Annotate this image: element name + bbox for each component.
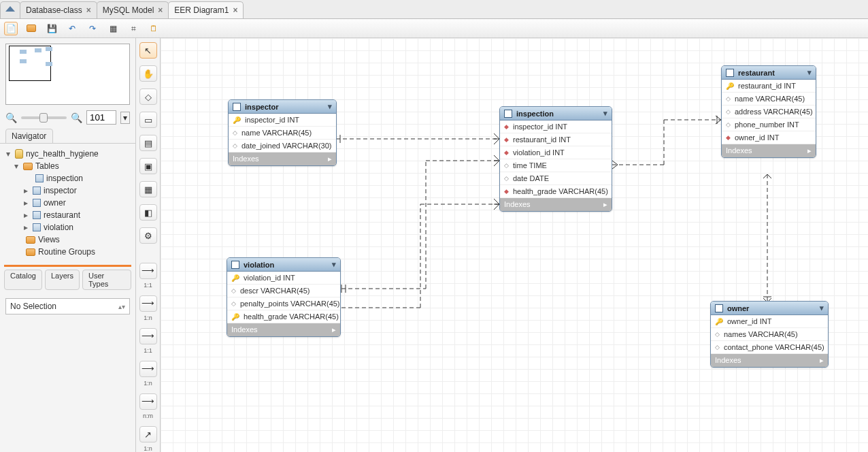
column-row[interactable]: ◆inspector_id INT (500, 120, 612, 133)
close-icon[interactable]: × (158, 5, 163, 15)
column-row[interactable]: ◆restaurant_id INT (500, 133, 612, 146)
selection-dropdown[interactable]: No Selection ▴▾ (5, 298, 130, 314)
new-file-button[interactable]: 📄 (4, 22, 18, 35)
entity-footer[interactable]: Indexes▸ (229, 152, 336, 165)
entity-header[interactable]: violation ▾ (227, 258, 340, 272)
notes-button[interactable]: 🗒 (147, 22, 161, 35)
column-row[interactable]: 🔑violation_id INT (227, 272, 340, 285)
layer-tool[interactable]: ▭ (139, 112, 157, 128)
column-row[interactable]: ◇names VARCHAR(45) (711, 328, 828, 341)
entity-header[interactable]: inspector ▾ (229, 100, 336, 114)
column-row[interactable]: ◇phone_number INT (722, 118, 816, 131)
rel-1-n-nonident-tool[interactable]: ⟶ (139, 295, 157, 312)
zoom-out-icon[interactable]: 🔍 (5, 112, 17, 123)
dropdown-icon[interactable]: ▾ (120, 112, 130, 124)
grid-button[interactable]: ▦ (106, 22, 120, 35)
expand-icon[interactable]: ▸ (807, 146, 812, 155)
entity-footer[interactable]: Indexes▸ (500, 198, 612, 211)
column-row[interactable]: 🔑owner_id INT (711, 315, 828, 328)
subtab-layers[interactable]: Layers (45, 270, 80, 290)
collapse-icon[interactable]: ▾ (328, 102, 332, 111)
entity-header[interactable]: restaurant ▾ (722, 66, 816, 80)
column-row[interactable]: ◇time TIME (500, 159, 612, 172)
diagram-canvas[interactable]: inspector ▾ 🔑inspector_id INT ◇name VARC… (161, 38, 868, 452)
image-tool[interactable]: ▣ (139, 158, 157, 174)
note-tool[interactable]: ▤ (139, 135, 157, 151)
column-row[interactable]: ◇contact_phone VARCHAR(45) (711, 341, 828, 354)
align-button[interactable]: ⌗ (127, 22, 140, 35)
expand-icon[interactable]: ▸ (328, 155, 332, 163)
collapse-icon[interactable]: ▾ (332, 260, 336, 269)
collapse-icon[interactable]: ▾ (603, 109, 607, 118)
expand-icon[interactable]: ▸ (820, 356, 824, 365)
zoom-slider[interactable] (21, 116, 67, 119)
home-tab[interactable] (0, 1, 20, 18)
entity-owner[interactable]: owner ▾ 🔑owner_id INT ◇names VARCHAR(45)… (710, 301, 829, 368)
column-row[interactable]: ◇address VARCHAR(45) (722, 106, 816, 118)
tree-table-owner[interactable]: ▸ owner (3, 197, 133, 209)
entity-inspection[interactable]: inspection ▾ ◆inspector_id INT ◆restaura… (499, 106, 612, 212)
tree-views[interactable]: Views (3, 233, 133, 246)
expand-icon[interactable]: ▾ (4, 149, 12, 159)
subtab-catalog[interactable]: Catalog (4, 270, 42, 290)
undo-button[interactable]: ↶ (65, 22, 79, 35)
expand-icon[interactable]: ▸ (332, 325, 336, 334)
column-row[interactable]: ◇date_joined VARCHAR(30) (229, 140, 336, 152)
column-row[interactable]: ◇penalty_points VARCHAR(45) (227, 297, 340, 310)
column-row[interactable]: ◇name VARCHAR(45) (229, 127, 336, 140)
entity-header[interactable]: inspection ▾ (500, 107, 612, 120)
pointer-tool[interactable]: ↖ (139, 42, 157, 59)
entity-violation[interactable]: violation ▾ 🔑violation_id INT ◇descr VAR… (227, 257, 341, 337)
entity-header[interactable]: owner ▾ (711, 302, 828, 315)
view-tool[interactable]: ◧ (139, 204, 157, 221)
tree-routines[interactable]: Routine Groups (3, 246, 133, 258)
expand-icon[interactable]: ▸ (603, 200, 607, 209)
rel-1-1-nonident-tool[interactable]: ⟶ (139, 263, 157, 279)
close-icon[interactable]: × (233, 5, 237, 15)
column-row[interactable]: ◇date DATE (500, 172, 612, 185)
tree-table-violation[interactable]: ▸ violation (3, 221, 133, 233)
minimap-viewport[interactable] (9, 46, 51, 81)
entity-inspector[interactable]: inspector ▾ 🔑inspector_id INT ◇name VARC… (228, 99, 337, 166)
tab-database-class[interactable]: Database-class × (20, 1, 97, 18)
column-row[interactable]: ◆health_grade VARCHAR(45) (500, 185, 612, 198)
slider-thumb[interactable] (39, 113, 48, 123)
tree-table-inspection[interactable]: inspection (3, 172, 133, 184)
table-tool[interactable]: ▦ (139, 181, 157, 197)
column-row[interactable]: ◇descr VARCHAR(45) (227, 285, 340, 297)
tree-db[interactable]: ▾ nyc_health_hygiene (3, 148, 133, 160)
rel-n-m-tool[interactable]: ⟶ (139, 393, 157, 410)
entity-restaurant[interactable]: restaurant ▾ 🔑restaurant_id INT ◇name VA… (721, 65, 816, 158)
column-row[interactable]: ◆violation_id INT (500, 146, 612, 159)
column-row[interactable]: 🔑restaurant_id INT (722, 80, 816, 93)
save-button[interactable]: 💾 (45, 22, 59, 35)
tab-eer-diagram[interactable]: EER Diagram1 × (168, 1, 244, 18)
entity-footer[interactable]: Indexes▸ (711, 354, 828, 367)
column-row[interactable]: ◆owner_id INT (722, 131, 816, 144)
collapse-icon[interactable]: ▾ (820, 304, 824, 312)
expand-icon[interactable]: ▸ (22, 210, 30, 220)
entity-footer[interactable]: Indexes▸ (227, 323, 340, 336)
rel-existing-tool[interactable]: ↗ (139, 426, 157, 442)
collapse-icon[interactable]: ▾ (807, 68, 812, 77)
column-row[interactable]: 🔑health_grade VARCHAR(45) (227, 310, 340, 323)
expand-icon[interactable]: ▸ (22, 223, 30, 232)
tree-table-restaurant[interactable]: ▸ restaurant (3, 209, 133, 221)
zoom-input[interactable] (86, 110, 116, 125)
tree-tables[interactable]: ▾ Tables (3, 160, 133, 172)
tab-mysql-model[interactable]: MySQL Model × (97, 1, 169, 18)
routine-tool[interactable]: ⚙ (139, 227, 157, 244)
column-row[interactable]: 🔑inspector_id INT (229, 114, 336, 127)
column-row[interactable]: ◇name VARCHAR(45) (722, 93, 816, 106)
rel-1-1-ident-tool[interactable]: ⟶ (139, 328, 157, 344)
expand-icon[interactable]: ▾ (12, 161, 20, 171)
rel-1-n-ident-tool[interactable]: ⟶ (139, 361, 157, 377)
expand-icon[interactable]: ▸ (22, 198, 30, 208)
tree-table-inspector[interactable]: ▸ inspector (3, 184, 133, 197)
close-icon[interactable]: × (86, 5, 91, 15)
hand-tool[interactable]: ✋ (139, 65, 157, 82)
subtab-usertypes[interactable]: User Types (82, 270, 131, 290)
entity-footer[interactable]: Indexes▸ (722, 144, 816, 157)
zoom-in-icon[interactable]: 🔍 (71, 112, 82, 123)
eraser-tool[interactable]: ◇ (139, 88, 157, 105)
